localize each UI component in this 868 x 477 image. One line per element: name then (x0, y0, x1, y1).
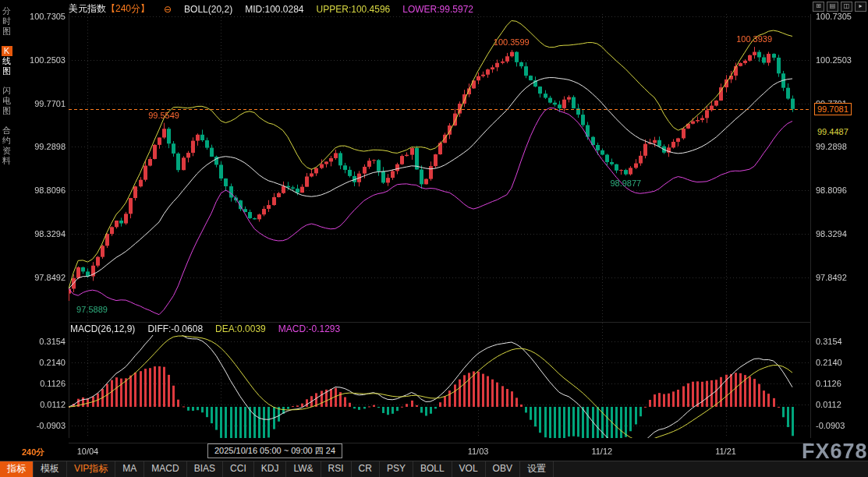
trading-terminal: ⊞▤◫▸ 美元指数【240分】 ⊖ BOLL(20,2) MID:100.028… (0, 0, 868, 477)
crosshair-tooltip: 2025/10/16 05:00 ~ 09:00 四 24 (207, 443, 342, 458)
sidebar-item-char: 分 (2, 6, 12, 16)
sidebar-item-char: 电 (2, 96, 12, 106)
main-axis-label-right: 98.3294 (816, 229, 847, 238)
tab-indicators[interactable]: 指标 (0, 461, 34, 477)
tab-kdj[interactable]: KDJ (254, 461, 287, 477)
macd-axis-label-right: 0.3154 (816, 337, 842, 346)
sidebar-item-char: 图 (2, 26, 12, 37)
boll-legend: ⊖ BOLL(20,2) MID:100.0284 UPPER:100.4596… (164, 4, 473, 15)
price-annotation-low: 98.9877 (610, 178, 641, 188)
sidebar-item-char: 时 (2, 16, 12, 26)
tab-cr[interactable]: CR (352, 461, 380, 477)
sidebar-item-char: 料 (2, 156, 12, 166)
symbol-title: 美元指数【240分】 (69, 2, 150, 16)
sidebar-item-time-chart[interactable]: 分时图 (0, 6, 13, 37)
tab-vol[interactable]: VOL (452, 461, 486, 477)
macd-name: MACD(26,12,9) (70, 323, 135, 334)
tab-macd[interactable]: MACD (144, 461, 186, 477)
tab-obv[interactable]: OBV (486, 461, 520, 477)
main-axis-label-left: 97.8492 (19, 273, 66, 282)
rows-layout-icon[interactable]: ▤ (827, 2, 838, 12)
sidebar-item-lightning-chart[interactable]: 闪电图 (0, 86, 13, 116)
main-axis-label-left: 98.8096 (19, 186, 66, 195)
main-axis-label-left: 100.7305 (19, 12, 66, 21)
left-sidebar: 分时图K线图闪电图合约资料 (0, 0, 13, 166)
boll-lower-value: LOWER:99.5972 (402, 4, 473, 15)
macd-axis-label-left: -0.0903 (19, 421, 66, 430)
tab-bias[interactable]: BIAS (187, 461, 223, 477)
sidebar-item-char: 图 (2, 66, 12, 76)
last-price-badge: 99.7081 (814, 103, 852, 115)
tab-rsi[interactable]: RSI (321, 461, 352, 477)
window-controls: ⊞▤◫▸ (813, 2, 866, 12)
macd-hist-value: MACD:-0.1293 (278, 323, 340, 334)
macd-axis-label-left: 0.0112 (19, 400, 66, 409)
macd-dea-value: DEA:0.0039 (215, 323, 266, 334)
sidebar-item-char: 图 (2, 106, 12, 116)
macd-diff-value: DIFF:-0.0608 (147, 323, 203, 334)
sidebar-item-char: 约 (2, 136, 12, 146)
macd-axis-label-right: 0.0112 (816, 400, 841, 409)
main-axis-label-right: 97.8492 (816, 273, 847, 282)
expand-panel-icon[interactable]: ▸ (855, 2, 866, 12)
tab-ma[interactable]: MA (115, 461, 144, 477)
tab-cci[interactable]: CCI (223, 461, 254, 477)
sidebar-item-char: 闪 (2, 86, 12, 96)
tab-lwr[interactable]: LW& (286, 461, 321, 477)
price-annotation-high: 100.3939 (736, 34, 772, 44)
date-label: 10/04 (77, 447, 99, 456)
date-label: 11/12 (591, 447, 612, 456)
boll-upper-value: UPPER:100.4596 (317, 4, 391, 15)
secondary-price-badge: 99.4487 (814, 126, 852, 137)
macd-axis-label-right: 0.2140 (816, 358, 842, 367)
sidebar-item-kline-chart[interactable]: K线图 (0, 46, 13, 76)
price-annotation-high: 99.5549 (148, 111, 179, 120)
tab-settings[interactable]: 设置 (520, 461, 554, 477)
main-axis-label-right: 100.2503 (816, 55, 852, 65)
date-label: 11/03 (468, 447, 489, 456)
sidebar-item-char: 线 (2, 56, 12, 66)
price-annotation-high: 100.3599 (494, 37, 530, 47)
main-axis-label-right: 100.7305 (816, 12, 852, 21)
macd-axis-label-right: 0.1126 (816, 379, 841, 388)
bottom-toolbar: 指标模板VIP指标MAMACDBIASCCIKDJLW&RSICRPSYBOLL… (0, 461, 868, 477)
price-annotation-low: 97.5889 (76, 305, 108, 314)
symbol-name: 美元指数 (69, 3, 106, 14)
main-axis-label-right: 99.2898 (816, 142, 847, 151)
date-label: 11/21 (715, 447, 736, 456)
macd-axis-label-left: 0.3154 (19, 337, 66, 346)
tab-psy[interactable]: PSY (380, 461, 413, 477)
macd-legend: MACD(26,12,9) DIFF:-0.0608 DEA:0.0039 MA… (70, 323, 340, 334)
main-axis-label-left: 99.7701 (19, 99, 66, 108)
symbol-period: 【240分】 (106, 3, 150, 14)
sidebar-item-char: 资 (2, 146, 12, 156)
grid-layout-icon[interactable]: ⊞ (813, 2, 824, 12)
sidebar-item-char: K (2, 46, 12, 56)
main-axis-label-left: 98.3294 (19, 229, 66, 238)
chart-canvas[interactable] (0, 0, 868, 477)
indicator-collapse-icon[interactable]: ⊖ (164, 4, 172, 15)
macd-axis-label-right: -0.0903 (816, 421, 845, 430)
dual-panel-icon[interactable]: ◫ (841, 2, 852, 12)
sidebar-item-contract-info[interactable]: 合约资料 (0, 125, 13, 166)
chart-legend: 美元指数【240分】 ⊖ BOLL(20,2) MID:100.0284 UPP… (69, 2, 473, 16)
main-axis-label-left: 100.2503 (19, 55, 66, 65)
sidebar-item-char: 合 (2, 125, 12, 136)
tab-vip-indicators[interactable]: VIP指标 (67, 461, 115, 477)
main-axis-label-left: 99.2898 (19, 142, 66, 151)
macd-axis-label-left: 0.1126 (19, 379, 66, 388)
tab-boll[interactable]: BOLL (413, 461, 452, 477)
tab-templates[interactable]: 模板 (34, 461, 67, 477)
boll-name: BOLL(20,2) (184, 4, 232, 15)
macd-axis-label-left: 0.2140 (19, 358, 66, 367)
timeframe-label[interactable]: 240分 (22, 447, 44, 458)
main-axis-label-right: 98.8096 (816, 186, 847, 195)
boll-mid-value: MID:100.0284 (245, 4, 303, 15)
